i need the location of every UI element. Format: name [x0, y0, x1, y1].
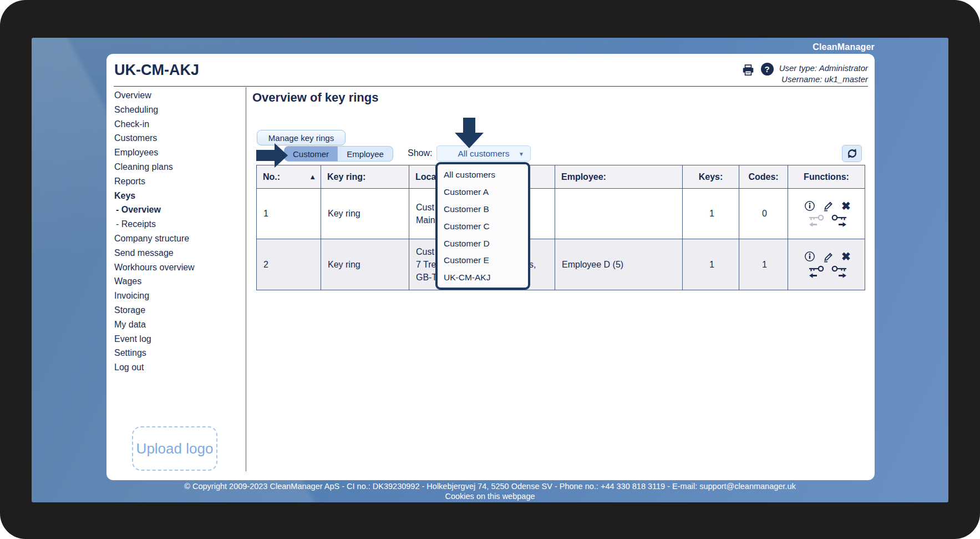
cell-keys: 1	[683, 239, 739, 290]
cell-employee	[555, 189, 683, 239]
sidebar-item-reports[interactable]: Reports	[114, 174, 242, 189]
dropdown-option-customer-e[interactable]: Customer E	[438, 252, 528, 269]
column-header-label: Keys:	[699, 172, 723, 182]
column-header-label: Functions:	[804, 172, 849, 182]
company-title: UK-CM-AKJ	[114, 62, 199, 79]
column-header-functions: Functions:	[788, 165, 865, 189]
cell-no: 2	[257, 239, 321, 290]
table-body: 1Key ringCustMain10✖2Key ringCust7 TreGB…	[257, 189, 865, 290]
sidebar-item-settings[interactable]: Settings	[114, 346, 242, 360]
location-line: GB-T	[416, 271, 437, 284]
column-header-label: No.:	[263, 172, 280, 182]
table-header-row: No.:▲Key ring:Location:Employee:Keys:Cod…	[257, 165, 865, 189]
sidebar-item-my-data[interactable]: My data	[114, 318, 242, 332]
info-icon[interactable]	[804, 251, 815, 262]
tab-employee[interactable]: Employee	[338, 146, 393, 162]
edit-icon[interactable]	[822, 251, 834, 263]
sidebar-item-send-message[interactable]: Send message	[114, 246, 242, 260]
cookies-link[interactable]: Cookies on this webpage	[32, 492, 948, 502]
refresh-icon	[846, 148, 858, 159]
sidebar-item-wages[interactable]: Wages	[114, 274, 242, 289]
dropdown-selected-value: All customers	[458, 149, 509, 159]
refresh-button[interactable]	[842, 145, 862, 162]
sidebar-divider	[246, 87, 246, 471]
table-row: 1Key ringCustMain10✖	[257, 189, 865, 239]
location-line: Cust	[416, 245, 434, 258]
sort-ascending-icon[interactable]: ▲	[309, 173, 316, 181]
column-header-keys: Keys:	[683, 165, 739, 189]
location-line: 7 Tre	[416, 258, 436, 271]
dropdown-option-customer-a[interactable]: Customer A	[438, 184, 528, 201]
cell-functions: ✖	[788, 239, 865, 290]
dropdown-option-customer-d[interactable]: Customer D	[438, 235, 528, 252]
edit-icon[interactable]	[822, 200, 834, 211]
column-header-label: Codes:	[748, 172, 778, 182]
window-frame: CleanManager UK-CM-AKJ ? Use	[0, 0, 980, 539]
sidebar-item-workhours-overview[interactable]: Workhours overview	[114, 260, 242, 275]
table-row: 2Key ringCust7 TreGB-Ts,Employee D (5)11…	[257, 239, 865, 290]
cell-key-ring: Key ring	[321, 239, 409, 290]
sidebar-item-customers[interactable]: Customers	[114, 131, 242, 145]
user-type: User type: Administrator	[779, 63, 868, 74]
info-icon[interactable]	[804, 200, 815, 211]
footer: © Copyright 2009-2023 CleanManager ApS -…	[32, 482, 948, 501]
column-header-label: Key ring:	[327, 172, 365, 182]
cell-key-ring: Key ring	[321, 189, 409, 239]
sidebar-subitem-receipts[interactable]: - Receipts	[114, 217, 242, 231]
column-header-codes: Codes:	[739, 165, 788, 189]
sidebar-item-keys[interactable]: Keys	[114, 189, 242, 203]
upload-logo-button[interactable]: Upload logo	[132, 426, 217, 471]
page-title: Overview of key rings	[252, 90, 378, 105]
sidebar-item-employees[interactable]: Employees	[114, 145, 242, 160]
cell-functions: ✖	[788, 189, 865, 239]
cell-employee: Employee D (5)	[555, 239, 683, 290]
show-label: Show:	[408, 148, 432, 158]
key-return-icon[interactable]	[809, 265, 824, 279]
sidebar-item-check-in[interactable]: Check-in	[114, 117, 242, 132]
cell-keys: 1	[683, 189, 739, 239]
dropdown-option-customer-c[interactable]: Customer C	[438, 218, 528, 235]
sidebar-subitem-overview[interactable]: - Overview	[114, 203, 242, 217]
delete-icon[interactable]: ✖	[841, 251, 851, 262]
print-icon[interactable]	[741, 63, 755, 77]
pointer-arrow-right-icon	[256, 143, 288, 168]
brand-logo: CleanManager	[813, 42, 875, 52]
location-line: Main	[416, 214, 435, 226]
app-panel: UK-CM-AKJ ? User type: Administrator U	[106, 54, 875, 480]
sidebar-item-company-structure[interactable]: Company structure	[114, 231, 242, 246]
user-info: User type: Administrator Username: uk1_m…	[779, 63, 868, 85]
location-line: Cust	[416, 201, 434, 214]
delete-icon[interactable]: ✖	[841, 200, 851, 211]
column-header-no[interactable]: No.:▲	[257, 165, 321, 189]
key-rings-table: No.:▲Key ring:Location:Employee:Keys:Cod…	[256, 165, 865, 290]
key-handout-icon[interactable]	[831, 214, 847, 228]
pointer-arrow-down-icon	[455, 118, 484, 149]
customer-filter-options: All customersCustomer ACustomer BCustome…	[435, 162, 530, 290]
sidebar-item-storage[interactable]: Storage	[114, 303, 242, 318]
column-header-key-ring: Key ring:	[321, 165, 409, 189]
tab-customer[interactable]: Customer	[284, 146, 338, 162]
cell-no: 1	[257, 189, 321, 239]
chevron-down-icon: ▼	[519, 151, 524, 157]
username: Username: uk1_master	[779, 74, 868, 85]
sidebar-item-invoicing[interactable]: Invoicing	[114, 289, 242, 303]
sidebar-item-overview[interactable]: Overview	[114, 88, 242, 103]
sidebar-nav: OverviewSchedulingCheck-inCustomersEmplo…	[114, 88, 242, 375]
sidebar-item-scheduling[interactable]: Scheduling	[114, 103, 242, 117]
browser-viewport: CleanManager UK-CM-AKJ ? Use	[32, 38, 948, 502]
cell-codes: 0	[739, 189, 788, 239]
copyright-text: © Copyright 2009-2023 CleanManager ApS -…	[32, 482, 948, 492]
cell-codes: 1	[739, 239, 788, 290]
dropdown-option-uk-cm-akj[interactable]: UK-CM-AKJ	[438, 269, 528, 286]
dropdown-option-all-customers[interactable]: All customers	[438, 167, 528, 184]
column-header-label: Employee:	[561, 172, 606, 182]
dropdown-option-customer-b[interactable]: Customer B	[438, 201, 528, 218]
sidebar-item-event-log[interactable]: Event log	[114, 332, 242, 346]
key-handout-icon[interactable]	[831, 265, 847, 279]
sidebar-item-cleaning-plans[interactable]: Cleaning plans	[114, 160, 242, 174]
help-icon[interactable]: ?	[761, 63, 774, 75]
key-return-icon	[809, 214, 824, 228]
sidebar-item-log-out[interactable]: Log out	[114, 360, 242, 375]
customer-filter-dropdown[interactable]: All customers ▼	[436, 145, 531, 162]
panel-header: UK-CM-AKJ ? User type: Administrator U	[114, 54, 868, 87]
